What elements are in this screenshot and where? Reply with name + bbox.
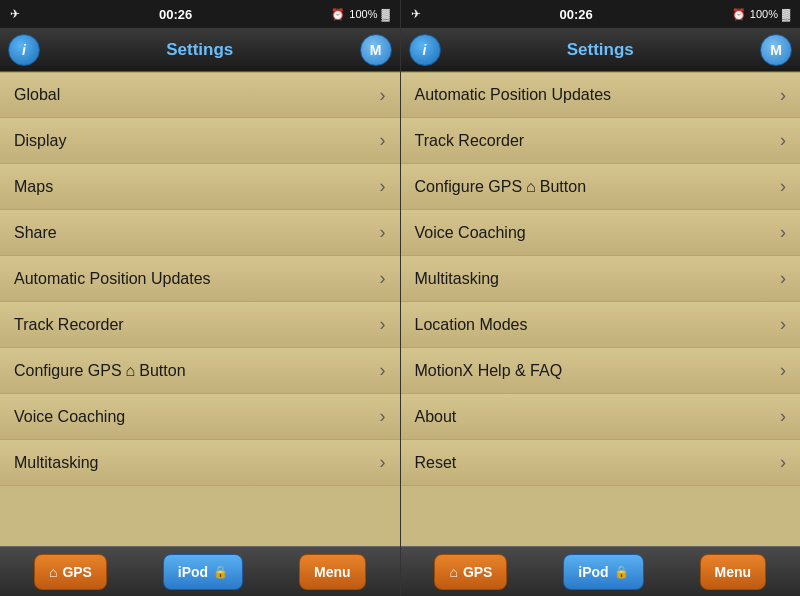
right-nav-bar: i Settings M [401,28,801,72]
right-battery-text: 100% [750,8,778,20]
right-item-auto-position[interactable]: Automatic Position Updates › [401,72,801,118]
left-status-bar: ✈ 00:26 ⏰ 100% ▓ [0,0,400,28]
left-menu-label: Menu [314,564,351,580]
left-chevron-track-recorder: › [380,314,386,335]
left-status-left: ✈ [10,7,20,21]
left-item-share[interactable]: Share › [0,210,400,256]
left-info-button[interactable]: i [8,34,40,66]
left-item-share-label: Share [14,224,57,242]
left-battery-text: 100% [349,8,377,20]
left-gps-house-icon: ⌂ [49,564,57,580]
left-item-track-recorder[interactable]: Track Recorder › [0,302,400,348]
right-item-voice-coaching-label: Voice Coaching [415,224,526,242]
left-item-track-recorder-label: Track Recorder [14,316,124,334]
left-item-display-label: Display [14,132,66,150]
right-tab-bar: ⌂ GPS iPod 🔒 Menu [401,546,801,596]
right-airplane-icon: ✈ [411,7,421,21]
right-gps-label: GPS [463,564,493,580]
right-item-motionx-help-label: MotionX Help & FAQ [415,362,563,380]
left-item-multitasking[interactable]: Multitasking › [0,440,400,486]
right-chevron-multitasking: › [780,268,786,289]
left-tab-bar: ⌂ GPS iPod 🔒 Menu [0,546,400,596]
left-lock-icon: 🔒 [213,565,228,579]
right-item-reset[interactable]: Reset › [401,440,801,486]
right-item-auto-position-label: Automatic Position Updates [415,86,612,104]
left-ipod-tab[interactable]: iPod 🔒 [163,554,243,590]
left-item-voice-coaching[interactable]: Voice Coaching › [0,394,400,440]
right-item-motionx-help[interactable]: MotionX Help & FAQ › [401,348,801,394]
right-item-configure-gps-label: Configure GPS ⌂ Button [415,178,587,196]
left-alarm-icon: ⏰ [331,8,345,21]
left-chevron-voice-coaching: › [380,406,386,427]
left-item-maps-label: Maps [14,178,53,196]
left-item-auto-position[interactable]: Automatic Position Updates › [0,256,400,302]
right-chevron-voice-coaching: › [780,222,786,243]
right-chevron-reset: › [780,452,786,473]
right-status-time: 00:26 [560,7,593,22]
right-item-voice-coaching[interactable]: Voice Coaching › [401,210,801,256]
left-chevron-share: › [380,222,386,243]
right-info-button[interactable]: i [409,34,441,66]
right-item-reset-label: Reset [415,454,457,472]
right-chevron-auto-position: › [780,85,786,106]
left-status-right: ⏰ 100% ▓ [331,8,389,21]
left-menu-tab[interactable]: Menu [299,554,366,590]
right-house-icon: ⌂ [526,178,536,196]
right-item-location-modes-label: Location Modes [415,316,528,334]
right-gps-tab[interactable]: ⌂ GPS [434,554,507,590]
right-item-about[interactable]: About › [401,394,801,440]
right-item-about-label: About [415,408,457,426]
right-battery-icon: ▓ [782,8,790,20]
left-house-icon: ⌂ [126,362,136,380]
left-item-global-label: Global [14,86,60,104]
right-ipod-label: iPod [578,564,608,580]
left-gps-tab[interactable]: ⌂ GPS [34,554,107,590]
left-item-display[interactable]: Display › [0,118,400,164]
left-battery-icon: ▓ [381,8,389,20]
left-gps-label: GPS [62,564,92,580]
right-chevron-track-recorder: › [780,130,786,151]
right-alarm-icon: ⏰ [732,8,746,21]
right-panel: ✈ 00:26 ⏰ 100% ▓ i Settings M Automatic … [401,0,801,596]
left-m-button[interactable]: M [360,34,392,66]
right-chevron-location-modes: › [780,314,786,335]
right-chevron-configure-gps: › [780,176,786,197]
right-item-multitasking-label: Multitasking [415,270,499,288]
right-item-multitasking[interactable]: Multitasking › [401,256,801,302]
left-chevron-display: › [380,130,386,151]
left-nav-bar: i Settings M [0,28,400,72]
left-chevron-auto-position: › [380,268,386,289]
left-item-voice-coaching-label: Voice Coaching [14,408,125,426]
right-item-track-recorder[interactable]: Track Recorder › [401,118,801,164]
right-item-track-recorder-label: Track Recorder [415,132,525,150]
left-chevron-multitasking: › [380,452,386,473]
left-chevron-global: › [380,85,386,106]
left-panel: ✈ 00:26 ⏰ 100% ▓ i Settings M Global › D… [0,0,400,596]
right-item-configure-gps[interactable]: Configure GPS ⌂ Button › [401,164,801,210]
right-menu-tab[interactable]: Menu [700,554,767,590]
right-status-left: ✈ [411,7,421,21]
left-item-configure-gps-label: Configure GPS ⌂ Button [14,362,186,380]
left-airplane-icon: ✈ [10,7,20,21]
right-nav-title: Settings [567,40,634,60]
left-ipod-label: iPod [178,564,208,580]
right-lock-icon: 🔒 [614,565,629,579]
left-item-maps[interactable]: Maps › [0,164,400,210]
left-chevron-maps: › [380,176,386,197]
right-item-location-modes[interactable]: Location Modes › [401,302,801,348]
right-settings-list: Automatic Position Updates › Track Recor… [401,72,801,546]
left-item-global[interactable]: Global › [0,72,400,118]
right-chevron-about: › [780,406,786,427]
right-menu-label: Menu [715,564,752,580]
left-chevron-configure-gps: › [380,360,386,381]
right-chevron-motionx-help: › [780,360,786,381]
right-ipod-tab[interactable]: iPod 🔒 [563,554,643,590]
left-item-configure-gps[interactable]: Configure GPS ⌂ Button › [0,348,400,394]
right-m-button[interactable]: M [760,34,792,66]
left-nav-title: Settings [166,40,233,60]
left-settings-list: Global › Display › Maps › Share › Automa… [0,72,400,546]
left-item-multitasking-label: Multitasking [14,454,98,472]
right-gps-house-icon: ⌂ [449,564,457,580]
left-status-time: 00:26 [159,7,192,22]
left-item-auto-position-label: Automatic Position Updates [14,270,211,288]
